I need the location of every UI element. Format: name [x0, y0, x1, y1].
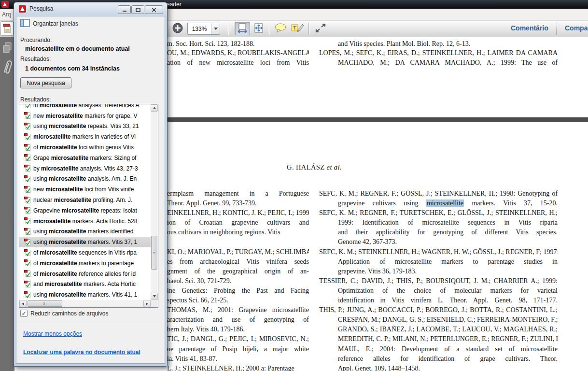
document-text-line: MAUL, E.; 2004: Development of a standar… [338, 344, 558, 354]
arrange-windows-label[interactable]: Organizar janelas [33, 20, 78, 27]
search-result-item[interactable]: using microsatellite analysis. Am. J. En [19, 174, 151, 185]
search-result-item[interactable]: new microsatellite markers for grape. V [19, 111, 151, 121]
comment-panel-button[interactable]: Comentário [511, 24, 548, 32]
search-dialog-title: Pesquisa [29, 5, 53, 12]
zoom-dropdown-button[interactable] [211, 23, 220, 34]
search-result-icon [24, 207, 31, 214]
checkbox-checked-icon[interactable]: ✓ [20, 310, 28, 317]
menu-item-file[interactable]: Arq [2, 11, 11, 18]
share-panel-button[interactable]: Compa [565, 24, 588, 32]
highlight-text-icon: T [291, 23, 304, 35]
document-text-line: es from archaeological Vitis vinifera se… [167, 257, 309, 267]
document-text-line: ne parentage of Posip bijeli, a major wh… [167, 344, 309, 354]
search-dialog-titlebar[interactable]: Pesquisa [14, 2, 167, 15]
search-results-list: in microsatellite analyses. References A… [19, 104, 158, 308]
search-result-item[interactable]: Grape microsatellite markers: Sizing of [19, 153, 151, 163]
scroll-mode-button[interactable] [235, 22, 250, 35]
search-result-item[interactable]: of microsatellite reference alleles for … [19, 269, 151, 279]
add-comment-button[interactable] [273, 22, 288, 35]
search-result-item[interactable]: microsatellite markers. Acta Hortic. 528 [19, 216, 151, 227]
search-result-icon [24, 144, 31, 151]
search-result-icon [24, 270, 31, 277]
search-result-item[interactable]: of microsatellite loci within genus Viti… [19, 142, 151, 153]
highlight-text-button[interactable]: T [289, 22, 306, 35]
new-search-button[interactable]: Nova pesquisa [20, 77, 71, 88]
horizontal-scrollbar[interactable] [19, 300, 151, 307]
search-result-item[interactable]: nuclear microsatellite profiling. Am. J. [19, 195, 151, 205]
document-text-line: and Vitis species. Plant Mol. Biol. Rep.… [338, 39, 558, 48]
results-summary-value: 1 documentos com 34 instâncias [25, 65, 120, 72]
search-result-text: nuclear microsatellite profiling. Am. J. [33, 197, 132, 203]
search-result-item[interactable]: new microsatellite loci from Vitis vinif… [19, 184, 151, 195]
search-result-icon [24, 175, 31, 183]
page2-left-column: ermplasm management in a PortugueseTheor… [167, 189, 309, 371]
document-text-line: spectus Sci. 66, 21-25. [167, 296, 309, 305]
document-text-line: GRANDO, S.; IBAÑEZ, J.; LACOMBE, T.; LAU… [338, 325, 558, 334]
search-result-item[interactable]: of microsatellite sequences in Vitis rip… [19, 247, 151, 258]
document-text-line: Application of microsatellite markers to… [338, 257, 558, 267]
find-word-link[interactable]: Localizar uma palavra no documento atual [23, 349, 140, 356]
vertical-scrollbar-thumb[interactable] [151, 236, 157, 270]
search-result-text: using microsatellite markers. Vitis 41, … [33, 291, 137, 298]
zoom-level-value: 133% [188, 26, 211, 32]
search-result-icon [24, 281, 31, 288]
document-text-line: ine Genetics: Probing the Past and Facin… [167, 286, 309, 296]
scroll-right-button[interactable] [143, 300, 151, 307]
print-button[interactable] [0, 21, 14, 36]
minimize-button[interactable] [118, 5, 131, 14]
search-result-item[interactable]: using microsatellite markers. Vitis 37, … [19, 237, 151, 247]
search-result-text: using microsatellite markers identified [33, 228, 133, 235]
arrow-left-icon [22, 302, 24, 305]
document-text-line: MACHADO, M.; DA CAMARA MACHADO, A.; 1999… [338, 58, 558, 67]
search-result-item[interactable]: by microsatellite analysis. Vitis 43, 27… [19, 163, 151, 174]
scroll-left-button[interactable] [19, 300, 27, 307]
search-result-icon [24, 133, 31, 141]
search-results-rows: in microsatellite analyses. References A… [19, 104, 151, 300]
search-result-text: using microsatellite repeats. Vitis 33, … [33, 123, 139, 129]
search-result-text: by microsatellite analysis. Vitis 43, 27… [33, 165, 138, 172]
maximize-button[interactable] [131, 5, 144, 14]
running-head: G. HALÁSZ et al. [167, 163, 462, 171]
fit-page-button[interactable] [251, 22, 266, 35]
document-text-line: Genome 42, 367-373. [338, 237, 558, 247]
zoom-level-select[interactable]: 133% [187, 23, 220, 35]
navigation-sidebar [0, 37, 14, 371]
pages-panel-icon[interactable] [2, 42, 13, 56]
search-result-text: of microsatellite sequences in Vitis rip… [33, 249, 137, 256]
search-result-text: in microsatellite analyses. References A [33, 104, 139, 109]
document-text-line: SEFC, K. M.; STEINKELLNER, H.; WAGNER, H… [319, 247, 558, 257]
comment-bubble-icon [274, 23, 287, 35]
document-text-line: ous cultivars in neighboring regions. Vi… [167, 228, 309, 237]
search-result-item[interactable]: and microsatellite markers. Acta Hortic [19, 279, 151, 290]
document-text-line: ion of Croatian grapevine cultivars and [167, 218, 309, 228]
scrollbar-corner [151, 300, 158, 307]
search-result-item[interactable]: using microsatellite markers identified [19, 227, 151, 237]
arrange-windows-icon[interactable] [20, 19, 30, 27]
search-result-item[interactable]: of microsatellite markers to parentage [19, 258, 151, 269]
search-result-item[interactable]: using microsatellite repeats. Vitis 33, … [19, 121, 151, 132]
search-result-text: microsatellite markers in varieties of V… [33, 133, 136, 140]
reduce-paths-label: Reduzir caminhos de arquivos [30, 310, 108, 317]
scroll-up-button[interactable] [151, 104, 158, 112]
vertical-scrollbar[interactable] [151, 104, 158, 300]
search-result-item[interactable]: in microsatellite analyses. References A [19, 104, 151, 111]
document-text-line: SEFC, K. M.; REGNER, F.; GÖSSL, J.; STEI… [319, 189, 558, 199]
expand-view-button[interactable] [313, 22, 328, 35]
scroll-mode-icon [237, 23, 248, 35]
arrow-down-icon [153, 295, 156, 298]
search-result-item[interactable]: microsatellite markers in varieties of V… [19, 131, 151, 142]
results-list-label: Resultados: [20, 96, 51, 103]
search-result-item[interactable]: Grapevine microsatellite repeats: Isolat [19, 205, 151, 216]
search-result-text: new microsatellite loci from Vitis vinif… [33, 186, 134, 193]
search-result-text: of microsatellite reference alleles for … [33, 271, 136, 277]
search-result-item[interactable]: using microsatellite markers. Vitis 41, … [19, 289, 151, 300]
scroll-down-button[interactable] [151, 293, 158, 300]
document-text-line: Theor. Appl. Genet. 99, 733-739. [167, 199, 309, 208]
reduce-paths-option[interactable]: ✓ Reduzir caminhos de arquivos [20, 310, 108, 317]
show-fewer-options-link[interactable]: Mostrar menos opções [23, 330, 82, 337]
horizontal-scrollbar-thumb[interactable] [28, 300, 62, 307]
document-text-line: CRESPAN, M.; DANGL, G. S.; EISENHELD, C.… [338, 315, 558, 325]
close-button[interactable] [145, 5, 163, 14]
zoom-in-button[interactable] [171, 22, 184, 35]
attachments-paperclip-icon[interactable] [2, 58, 14, 79]
